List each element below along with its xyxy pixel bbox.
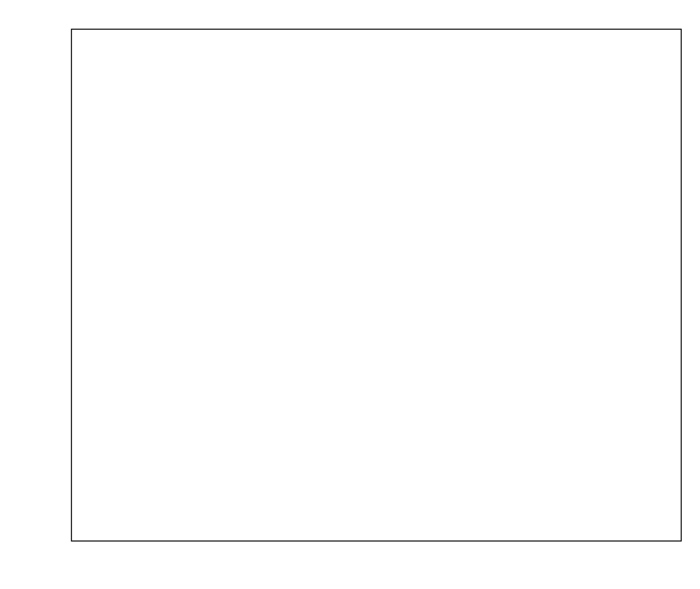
dayplot-chart bbox=[0, 0, 700, 589]
plot-border bbox=[71, 29, 681, 541]
seismogram-dayplot-figure bbox=[0, 0, 700, 589]
